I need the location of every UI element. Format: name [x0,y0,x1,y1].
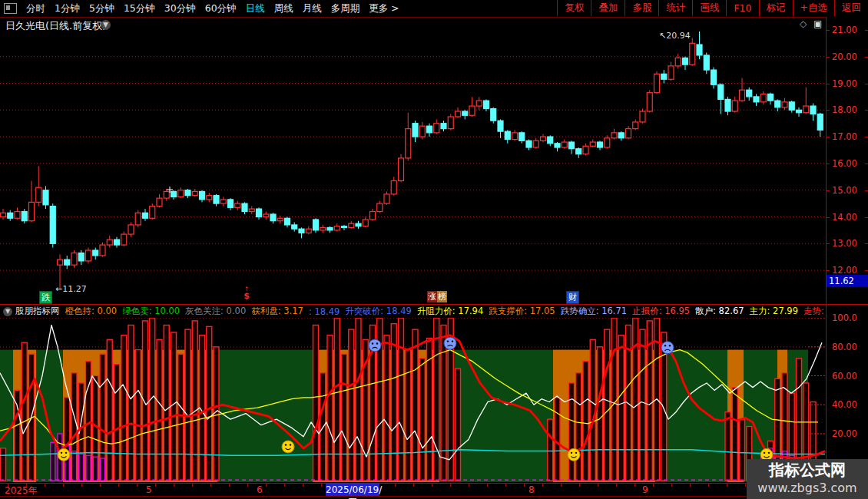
tool-item-7[interactable]: 标记 [759,0,793,16]
menu-item-3[interactable]: 5分钟 [84,2,119,15]
indicator-bar [178,354,184,481]
candle-body [313,220,319,230]
tool-item-9[interactable]: 返回 [834,0,868,16]
indicator-bar [349,329,354,481]
axis-tick [827,164,830,164]
candle-body [1,213,6,216]
indicator-value-3: 绿色卖: 10.00 [122,306,180,317]
indicator-panel[interactable] [0,318,826,483]
indicator-bar [207,326,212,481]
menu-item-7[interactable]: 日线 [241,2,270,15]
candle-body [732,101,737,111]
axis-tick [827,84,830,84]
candle-body [611,133,617,138]
candle-body [185,190,190,196]
candlestick-chart[interactable]: ←11.27↖20.94 [0,17,826,304]
candle-body [633,122,638,129]
indicator-bar [555,398,560,481]
date-axis[interactable]: 2025/06/19/四 2025年5689 [0,484,868,496]
candle-body [768,94,774,101]
candle-body [740,90,745,101]
price-label: 14.00 [832,212,857,223]
dollar-marker[interactable]: ↑ $ [241,286,252,300]
candle-body [541,137,546,140]
candle-body [15,212,20,219]
badge-cai[interactable]: 财 [566,291,579,304]
candle-body [150,207,155,219]
candle-body [775,101,780,107]
menu-item-4[interactable]: 15分钟 [119,2,160,15]
badge-die[interactable]: 跌 [39,291,52,304]
date-tick [542,484,543,487]
tool-item-1[interactable]: 复权 [557,0,591,16]
tool-item-6[interactable]: F10 [726,0,758,16]
candle-body [419,126,425,137]
smiley-face-icon [568,448,580,461]
menu-item-9[interactable]: 月线 [298,2,326,15]
candle-body [555,144,560,147]
candle-body [562,142,567,147]
badge-zhang: 涨 [427,291,437,302]
panel-layout-icon[interactable]: ▣ [813,18,822,29]
candle-body [93,250,98,256]
selected-date-label: 2025/06/19/四 [326,484,379,496]
candle-body [285,218,290,225]
window-icon[interactable] [4,3,17,14]
tool-item-8[interactable]: +自选 [793,0,834,16]
indicator-bar [412,329,418,481]
candle-body [114,240,120,245]
low-annotation: ←11.27 [55,284,87,294]
menu-item-11[interactable]: 更多 > [364,2,403,15]
tool-item-5[interactable]: 画线 [692,0,726,16]
candle-body [342,226,347,228]
indicator-value-7: 升突破价: 18.49 [345,306,411,317]
menu-item-1[interactable]: 分时 [22,2,50,15]
candle-body [349,223,354,227]
chevron-down-icon[interactable]: ▼ [101,20,111,30]
candle-body [690,43,695,64]
magenta-bar [72,451,77,481]
menu-item-6[interactable]: 60分钟 [200,2,241,15]
indicator-bar [611,318,617,481]
diamond-icon[interactable]: ◇ [800,18,807,29]
axis-tick [865,164,868,164]
menu-item-2[interactable]: 1分钟 [50,2,84,15]
candle-body [434,124,439,133]
date-tick [229,484,230,487]
candle-body [22,212,27,221]
menu-item-5[interactable]: 30分钟 [160,2,200,15]
candle-body [718,84,724,99]
date-tick [81,484,82,487]
candle-body [647,93,652,111]
candle-body [512,133,518,140]
candle-body [277,218,283,220]
indicator-bar [725,412,731,481]
indicator-axis-label: 20.00 [832,428,857,439]
candle-body [456,111,461,117]
date-tick [284,484,285,487]
candle-body [626,129,631,138]
indicator-bar [107,339,112,481]
candle-body [797,110,802,112]
axis-tick [865,190,868,191]
candle-body [605,138,610,147]
menu-item-10[interactable]: 多周期 [326,2,365,15]
date-tick [192,484,193,487]
candle-body [583,146,588,154]
indicator-bar [192,321,197,481]
candle-body [469,106,475,115]
tool-item-4[interactable]: 统计 [658,0,692,16]
magenta-bar [86,455,91,481]
tool-item-3[interactable]: 多股 [624,0,658,16]
tool-item-2[interactable]: 叠加 [591,0,624,16]
date-tick [634,484,635,487]
axis-tick [865,217,868,218]
candle-body [448,117,453,129]
badge-zhangbang[interactable]: 涨 榜 [427,291,447,302]
indicator-value-13: 主力: 27.99 [750,306,798,317]
candle-body [697,45,702,55]
menu-item-8[interactable]: 周线 [270,2,298,15]
candle-body [220,200,226,203]
price-axis: 11.62 21.0020.0019.0018.0017.0016.0015.0… [827,17,868,304]
chevron-down-icon[interactable]: ▼ [3,307,12,316]
